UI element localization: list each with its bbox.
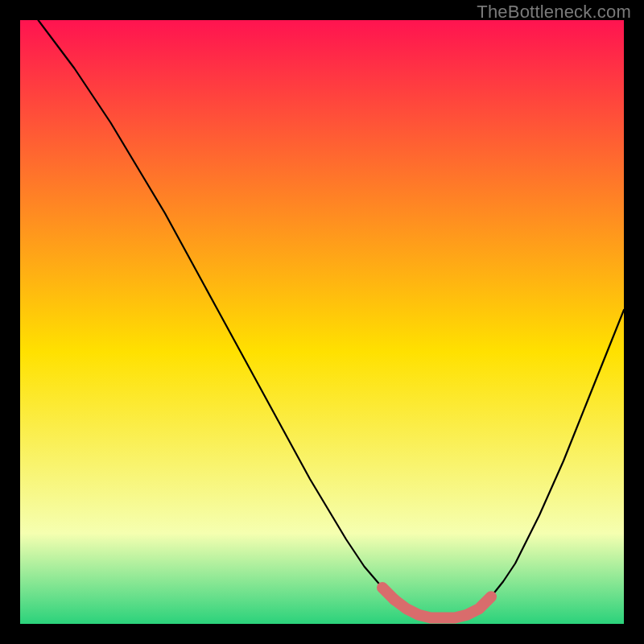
- chart-svg: [20, 20, 624, 624]
- highlight-dot: [378, 583, 387, 592]
- chart-frame: TheBottleneck.com: [0, 0, 644, 644]
- bottleneck-chart: [20, 20, 624, 624]
- highlight-dot: [389, 594, 400, 605]
- gradient-background: [20, 20, 624, 624]
